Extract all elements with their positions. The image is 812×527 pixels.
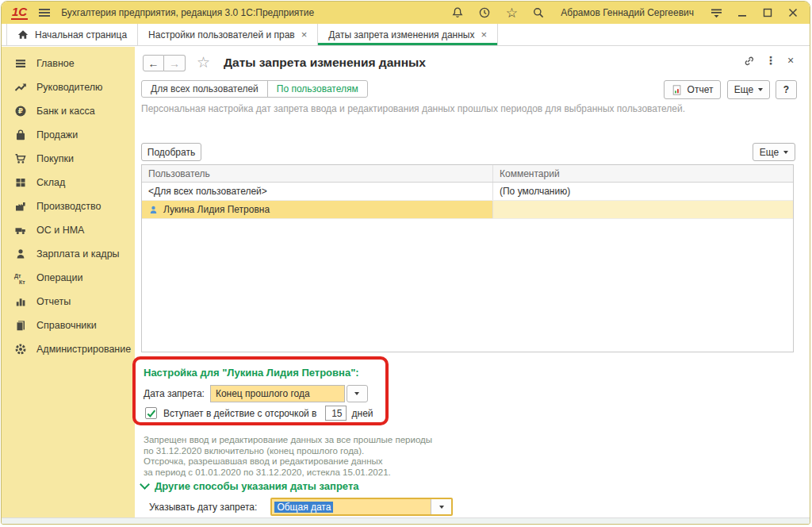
tab-bar: Начальная страница Настройки пользовател… [2,24,810,46]
sidebar: Главное Руководителю ₽ Банк и касса Прод… [2,47,135,517]
chevron-down-icon [439,506,444,509]
debit-credit-icon: ДтКт [13,271,27,285]
help-button[interactable]: ? [776,80,797,99]
tab-user-rights-settings[interactable]: Настройки пользователей и прав × [138,24,318,45]
person-icon [13,248,27,261]
form-menu-dots-icon[interactable]: ⋮ [764,54,778,67]
current-user-name[interactable]: Абрамов Геннадий Сергеевич [561,7,694,18]
sidebar-item-administrirovanie[interactable]: Администрирование [2,337,135,361]
other-ways-section-header[interactable]: Другие способы указания даты запрета [141,480,359,492]
gear-icon [13,343,27,356]
tab-close-icon[interactable]: × [301,31,308,39]
sidebar-item-glavnoe[interactable]: Главное [2,52,135,75]
sidebar-item-operacii[interactable]: ДтКт Операции [2,266,135,290]
user-person-icon [148,205,159,215]
maximize-button[interactable] [760,6,775,19]
ban-date-mode-dropdown-button[interactable] [431,499,451,514]
svg-text:Кт: Кт [19,279,25,284]
tab-close-icon[interactable]: × [481,31,487,39]
toggle-all-users[interactable]: Для всех пользователей [142,81,267,97]
history-icon[interactable] [477,6,492,20]
chevron-down-icon [354,392,359,395]
favorites-star-icon[interactable]: ☆ [504,6,519,20]
ban-date-combobox[interactable]: Конец прошлого года [210,385,345,402]
comment-cell: (По умолчанию) [500,186,570,197]
window-bottom-strip [2,517,810,524]
sidebar-item-bank-i-kassa[interactable]: ₽ Банк и касса [2,99,135,123]
page-description: Персональная настройка дат запрета ввода… [141,103,685,114]
view-mode-toggle: Для всех пользователей По пользователям [141,80,368,98]
nav-buttons: ← → [143,55,186,71]
sidebar-item-zarplata-i-kadry[interactable]: Зарплата и кадры [2,242,135,266]
tab-label: Даты запрета изменения данных [328,29,474,40]
sidebar-item-spravochniki[interactable]: Справочники [2,314,135,337]
form-more-button[interactable]: Еще [727,80,770,99]
settings-heading: Настройка для "Лукина Лидия Петровна": [144,367,359,379]
checkmark-icon [147,409,156,418]
ban-date-label: Дата запрета: [144,388,205,399]
sidebar-item-otchety[interactable]: Отчеты [2,290,135,314]
tab-label: Начальная страница [35,29,127,40]
deferral-days-input[interactable]: 15 [325,406,347,421]
sidebar-item-proizvodstvo[interactable]: Производство [2,194,135,218]
deferral-label: Вступает в действие с отсрочкой в [163,408,317,419]
ban-date-mode-label: Указывать дату запрета: [149,502,257,513]
sidebar-item-rukovoditelyu[interactable]: Руководителю [2,75,135,99]
ban-date-dropdown-button[interactable] [347,385,368,402]
minimize-button[interactable] [735,6,749,19]
tab-home[interactable]: Начальная страница [6,24,138,45]
pick-users-button[interactable]: Подобрать [141,143,201,161]
trend-up-icon [13,81,27,94]
forward-arrow-button[interactable]: → [164,55,186,71]
chevron-down-icon [783,151,788,154]
deferral-checkbox[interactable] [145,407,157,419]
toggle-by-users[interactable]: По пользователям [267,81,367,97]
menu-lines-icon [13,57,27,71]
sidebar-item-os-i-nma[interactable]: ОС и НМА [2,218,135,242]
report-doc-icon [672,84,683,96]
chevron-expanded-icon [140,479,150,490]
report-button[interactable]: Отчет [664,80,721,99]
deferral-row: Вступает в действие с отсрочкой в 15 дне… [145,406,373,421]
shopping-cart-icon [13,152,27,166]
app-window: 1С Бухгалтерия предприятия, редакция 3.0… [1,1,810,525]
add-to-favorites-star-icon[interactable]: ☆ [197,53,210,71]
list-more-button[interactable]: Еще [753,143,795,161]
home-icon [17,29,29,40]
table-header-row: Пользователь Комментарий [142,165,793,183]
column-header-user[interactable]: Пользователь [142,165,493,182]
user-cell: Лукина Лидия Петровна [163,204,270,215]
deferral-days-suffix: дней [352,408,373,419]
bar-chart-icon [13,295,27,309]
sidebar-item-sklad[interactable]: Склад [2,171,135,194]
svg-text:Дт: Дт [14,272,21,279]
get-link-icon[interactable] [741,54,756,67]
column-header-comment[interactable]: Комментарий [493,165,793,182]
ban-date-mode-combobox[interactable]: Общая дата [270,498,453,516]
selected-text: Общая дата [274,502,333,513]
users-table: Пользователь Комментарий <Для всех польз… [141,164,794,352]
sidebar-item-prodazhi[interactable]: Продажи [2,123,135,147]
close-form-icon[interactable]: × [783,54,798,67]
factory-icon [13,200,27,213]
user-cell: <Для всех пользователей> [148,186,267,197]
table-row-all-users[interactable]: <Для всех пользователей> (По умолчанию) [142,183,793,201]
form-data-change-ban-dates: ← → ☆ Даты запрета изменения данных ⋮ × … [135,47,810,517]
truck-icon [13,224,27,237]
title-bar: 1С Бухгалтерия предприятия, редакция 3.0… [2,2,810,24]
chevron-down-icon [758,88,763,91]
close-window-button[interactable] [786,6,800,19]
ban-info-text: Запрещен ввод и редактирование данных за… [144,435,432,478]
table-row-lukina[interactable]: Лукина Лидия Петровна [142,201,793,219]
tab-data-change-ban-dates[interactable]: Даты запрета изменения данных × [318,24,498,45]
notifications-bell-icon[interactable] [450,6,465,20]
tab-label: Настройки пользователей и прав [148,29,295,40]
service-menu-icon[interactable] [708,6,724,20]
page-title: Даты запрета изменения данных [224,56,426,70]
search-icon[interactable] [530,6,546,20]
shopping-bag-icon [13,129,27,142]
back-arrow-button[interactable]: ← [143,55,164,71]
main-menu-icon[interactable] [39,7,50,18]
ban-date-mode-row: Указывать дату запрета: Общая дата [149,498,453,516]
sidebar-item-pokupki[interactable]: Покупки [2,147,135,171]
